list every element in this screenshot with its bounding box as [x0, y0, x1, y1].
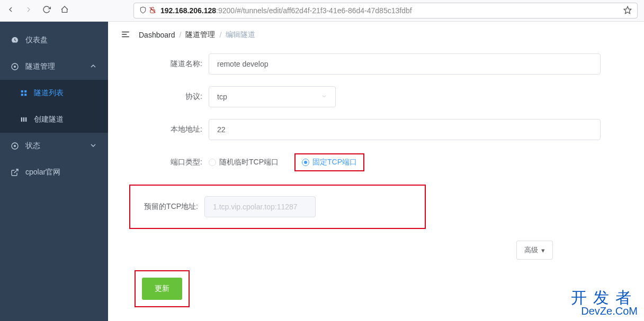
tunnel-name-input[interactable]	[209, 53, 601, 75]
sidebar-cpolar-label: cpolar官网	[25, 168, 60, 177]
advanced-button[interactable]: 高级 ▾	[516, 241, 553, 260]
sidebar-item-tunnel-create[interactable]: 创建隧道	[0, 106, 108, 133]
svg-point-13	[14, 145, 16, 147]
svg-line-14	[14, 169, 18, 173]
port-type-label: 端口类型:	[135, 158, 209, 167]
port-type-fixed-radio[interactable]: 固定TCP端口	[302, 158, 357, 167]
breadcrumb-tunnel-mgmt[interactable]: 隧道管理	[185, 30, 215, 40]
breadcrumb-sep: /	[180, 31, 182, 39]
breadcrumb-sep: /	[219, 31, 221, 39]
nav-reload-icon[interactable]	[42, 5, 51, 16]
grid-icon	[20, 89, 28, 97]
local-addr-input[interactable]	[209, 119, 601, 140]
nav-forward-icon[interactable]	[24, 5, 33, 16]
svg-rect-11	[25, 117, 26, 122]
protocol-select[interactable]: tcp	[209, 86, 336, 107]
bookmark-icon[interactable]	[623, 6, 632, 16]
url-text: 192.168.206.128:9200/#/tunnels/edit/aff6…	[160, 6, 412, 15]
radio-icon	[209, 159, 216, 166]
update-button[interactable]: 更新	[142, 278, 182, 300]
protocol-label: 协议:	[135, 92, 209, 102]
shield-icon	[139, 6, 147, 15]
sidebar-item-dashboard[interactable]: 仪表盘	[0, 27, 108, 53]
caret-down-icon: ▾	[541, 246, 545, 254]
local-addr-label: 本地地址:	[135, 125, 209, 134]
sidebar-status-label: 状态	[25, 141, 40, 151]
svg-rect-5	[21, 90, 23, 93]
svg-marker-2	[624, 6, 631, 13]
watermark-en: DevZe.CoM	[571, 306, 638, 317]
watermark-cn: 开发者	[571, 289, 638, 306]
sidebar-tunnel-create-label: 创建隧道	[34, 115, 64, 124]
sidebar-item-tunnel-mgmt[interactable]: 隧道管理	[0, 53, 108, 80]
sidebar-tunnel-mgmt-label: 隧道管理	[25, 62, 55, 71]
protocol-value: tcp	[217, 93, 227, 101]
nav-home-icon[interactable]	[60, 5, 69, 16]
svg-rect-7	[21, 94, 23, 96]
external-link-icon	[11, 168, 19, 177]
sidebar-tunnel-list-label: 隧道列表	[34, 88, 64, 98]
browser-toolbar: 192.168.206.128:9200/#/tunnels/edit/aff6…	[0, 0, 644, 22]
tunnel-name-label: 隧道名称:	[135, 59, 209, 69]
menu-toggle-icon[interactable]	[121, 30, 130, 41]
watermark: 开发者 DevZe.CoM	[571, 289, 638, 317]
breadcrumb-dashboard[interactable]: Dashboard	[139, 31, 175, 39]
svg-rect-6	[24, 90, 26, 93]
sidebar-item-tunnel-list[interactable]: 隧道列表	[0, 80, 108, 106]
sidebar: 仪表盘 隧道管理 隧道列表 创建隧道 状态 cpolar官网	[0, 22, 108, 321]
svg-rect-10	[23, 117, 24, 122]
chevron-up-icon	[89, 62, 97, 72]
gauge-icon	[11, 36, 19, 44]
url-bar[interactable]: 192.168.206.128:9200/#/tunnels/edit/aff6…	[133, 3, 638, 19]
svg-rect-9	[21, 117, 22, 122]
advanced-label: 高级	[524, 245, 538, 255]
reserved-tcp-label: 预留的TCP地址:	[130, 202, 204, 212]
port-type-random-label: 随机临时TCP端口	[219, 158, 279, 167]
sidebar-item-status[interactable]: 状态	[0, 133, 108, 159]
nav-back-icon[interactable]	[6, 5, 15, 16]
target-icon	[11, 142, 19, 150]
port-type-fixed-label: 固定TCP端口	[312, 158, 357, 167]
sidebar-item-cpolar-site[interactable]: cpolar官网	[0, 159, 108, 186]
grid-icon	[20, 116, 28, 123]
lock-slash-icon	[149, 6, 156, 15]
port-type-random-radio[interactable]: 随机临时TCP端口	[209, 158, 279, 167]
svg-point-4	[14, 66, 16, 68]
svg-rect-8	[24, 94, 26, 96]
target-icon	[11, 62, 19, 71]
sidebar-dashboard-label: 仪表盘	[25, 35, 48, 45]
reserved-tcp-input[interactable]	[204, 196, 316, 217]
radio-icon	[302, 159, 309, 166]
main-content: Dashboard / 隧道管理 / 编辑隧道 隧道名称: 协议: tcp 本地…	[108, 22, 644, 321]
breadcrumb-edit-tunnel: 编辑隧道	[226, 30, 255, 40]
chevron-down-icon	[89, 141, 97, 151]
breadcrumb: Dashboard / 隧道管理 / 编辑隧道	[139, 30, 255, 40]
chevron-down-icon	[321, 93, 327, 101]
